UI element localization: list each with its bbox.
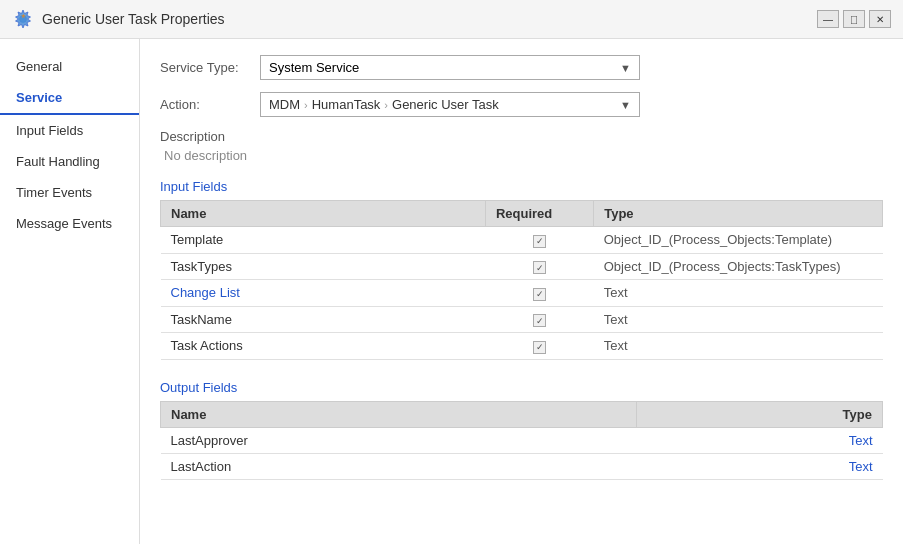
required-checkbox[interactable]: ✓ [533,314,546,327]
gear-icon [12,8,34,30]
window-controls: — ⎕ ✕ [817,10,891,28]
action-breadcrumb-wrapper[interactable]: MDM › HumanTask › Generic User Task ▼ [260,92,640,117]
table-row: LastApproverText [161,427,883,453]
sidebar-item-input-fields[interactable]: Input Fields [0,115,139,146]
service-type-row: Service Type: System Service ▼ [160,55,883,80]
output-row-type: Text [636,453,882,479]
sidebar: General Service Input Fields Fault Handl… [0,39,140,544]
output-fields-table: Name Type LastApproverTextLastActionText [160,401,883,480]
input-fields-section: Input Fields Name Required Type Template… [160,179,883,360]
input-row-required: ✓ [485,333,593,360]
output-table-header-row: Name Type [161,401,883,427]
table-row: TaskName✓Text [161,306,883,333]
main-layout: General Service Input Fields Fault Handl… [0,39,903,544]
input-row-name: TaskName [161,306,486,333]
restore-button[interactable]: ⎕ [843,10,865,28]
input-row-type: Object_ID_(Process_Objects:Template) [594,227,883,254]
table-row: Template✓Object_ID_(Process_Objects:Temp… [161,227,883,254]
output-row-type: Text [636,427,882,453]
input-col-name: Name [161,201,486,227]
output-fields-section: Output Fields Name Type LastApproverText… [160,380,883,480]
sidebar-item-timer-events[interactable]: Timer Events [0,177,139,208]
sidebar-item-message-events[interactable]: Message Events [0,208,139,239]
input-row-required: ✓ [485,306,593,333]
action-dropdown-icon: ▼ [620,99,631,111]
input-row-type: Text [594,333,883,360]
title-bar: Generic User Task Properties — ⎕ ✕ [0,0,903,39]
output-row-name: LastAction [161,453,637,479]
input-col-required: Required [485,201,593,227]
sidebar-item-fault-handling[interactable]: Fault Handling [0,146,139,177]
breadcrumb-mdm: MDM [269,97,300,112]
required-checkbox[interactable]: ✓ [533,288,546,301]
input-row-type: Text [594,306,883,333]
output-row-name: LastApprover [161,427,637,453]
input-row-type: Text [594,280,883,307]
action-row: Action: MDM › HumanTask › Generic User T… [160,92,883,117]
input-row-name: Task Actions [161,333,486,360]
output-col-type: Type [636,401,882,427]
action-label: Action: [160,97,260,112]
service-type-select-wrapper[interactable]: System Service ▼ [260,55,640,80]
breadcrumb-generic-user-task: Generic User Task [392,97,499,112]
sidebar-item-general[interactable]: General [0,51,139,82]
input-row-type: Object_ID_(Process_Objects:TaskTypes) [594,253,883,280]
breadcrumb-sep-1: › [304,99,308,111]
breadcrumb-sep-2: › [384,99,388,111]
breadcrumb-humantask: HumanTask [312,97,381,112]
service-type-label: Service Type: [160,60,260,75]
input-row-required: ✓ [485,253,593,280]
description-value: No description [160,148,883,163]
input-row-name: TaskTypes [161,253,486,280]
service-type-select[interactable]: System Service [261,56,639,79]
input-fields-table: Name Required Type Template✓Object_ID_(P… [160,200,883,360]
output-fields-heading: Output Fields [160,380,883,395]
input-row-name: Template [161,227,486,254]
required-checkbox[interactable]: ✓ [533,341,546,354]
table-row: LastActionText [161,453,883,479]
input-row-name[interactable]: Change List [161,280,486,307]
description-section: Description No description [160,129,883,163]
table-row: Task Actions✓Text [161,333,883,360]
minimize-button[interactable]: — [817,10,839,28]
close-button[interactable]: ✕ [869,10,891,28]
input-row-required: ✓ [485,227,593,254]
input-fields-heading: Input Fields [160,179,883,194]
required-checkbox[interactable]: ✓ [533,261,546,274]
table-row: TaskTypes✓Object_ID_(Process_Objects:Tas… [161,253,883,280]
content-area: Service Type: System Service ▼ Action: M… [140,39,903,544]
table-row: Change List✓Text [161,280,883,307]
input-table-header-row: Name Required Type [161,201,883,227]
input-col-type: Type [594,201,883,227]
input-row-required: ✓ [485,280,593,307]
sidebar-item-service[interactable]: Service [0,82,139,115]
description-heading: Description [160,129,883,144]
window-title: Generic User Task Properties [42,11,225,27]
required-checkbox[interactable]: ✓ [533,235,546,248]
output-col-name: Name [161,401,637,427]
